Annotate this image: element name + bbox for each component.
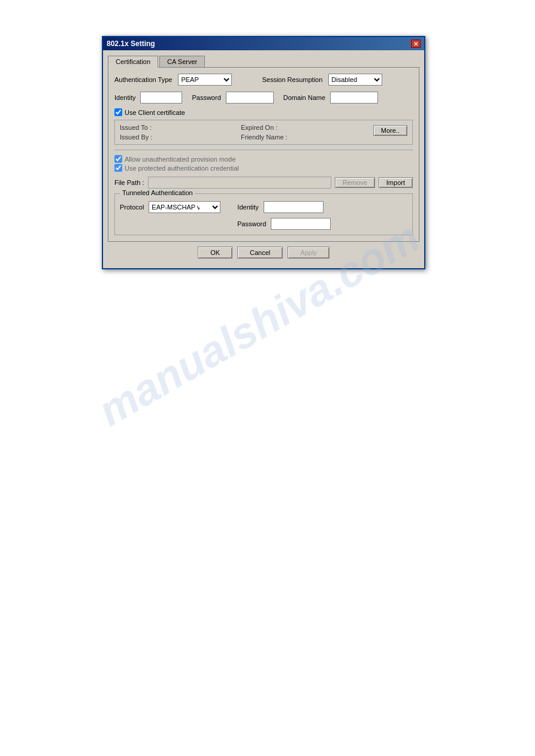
friendly-name-label: Friendly Name :: [241, 133, 359, 141]
tunneled-password-input[interactable]: [271, 218, 331, 230]
use-protected-checkbox[interactable]: [114, 164, 122, 172]
close-button[interactable]: ✕: [411, 40, 421, 48]
protocol-dropdown-wrapper: EAP-MSCHAP v2 GTC None: [149, 201, 220, 213]
protocol-select[interactable]: EAP-MSCHAP v2 GTC None: [149, 201, 220, 213]
divider: [114, 150, 413, 150]
file-path-label: File Path :: [114, 179, 144, 186]
tab-content: Authentication Type PEAP TLS TTLS EAP-FA…: [108, 67, 419, 242]
tunneled-identity-label: Identity: [237, 204, 258, 211]
dialog-footer: OK Cancel Apply: [108, 242, 419, 263]
tunneled-identity-input[interactable]: [264, 201, 324, 213]
issued-by-label: Issued By :: [120, 133, 238, 141]
cert-info-grid: Issued To : Expired On : Issued By : Fri…: [120, 124, 407, 141]
remove-button[interactable]: Remove: [335, 177, 375, 188]
domain-name-input[interactable]: [330, 92, 378, 104]
cert-info-area: Issued To : Expired On : Issued By : Fri…: [114, 120, 413, 145]
session-resumption-label: Session Resumption: [262, 76, 322, 83]
issued-to-label: Issued To :: [120, 124, 238, 131]
title-bar: 802.1x Setting ✕: [103, 37, 424, 50]
tab-bar: Certification CA Server: [108, 55, 419, 67]
dialog: 802.1x Setting ✕ Certification CA Server…: [102, 36, 425, 269]
auth-type-select[interactable]: PEAP TLS TTLS EAP-FAST: [178, 74, 232, 86]
tunneled-auth-legend: Tunneled Authentication: [120, 189, 195, 196]
tunneled-password-row: Password: [120, 218, 407, 230]
ok-button[interactable]: OK: [198, 247, 232, 259]
protocol-row: Protocol EAP-MSCHAP v2 GTC None Identity: [120, 201, 407, 213]
allow-unauth-row: Allow unauthenticated provision mode: [114, 155, 413, 163]
password-input[interactable]: [226, 92, 274, 104]
auth-type-dropdown-wrapper: PEAP TLS TTLS EAP-FAST: [178, 74, 232, 86]
allow-unauth-checkbox[interactable]: [114, 155, 122, 163]
dialog-wrapper: 802.1x Setting ✕ Certification CA Server…: [102, 36, 425, 269]
provision-area: Allow unauthenticated provision mode Use…: [114, 155, 413, 172]
use-protected-label: Use protected authentication credential: [125, 165, 239, 172]
tab-certification[interactable]: Certification: [108, 56, 158, 68]
cancel-button[interactable]: Cancel: [237, 247, 283, 259]
more-button[interactable]: More..: [373, 125, 407, 136]
import-button[interactable]: Import: [379, 177, 413, 188]
session-resumption-wrapper: Disabled Enabled: [328, 74, 382, 86]
use-protected-row: Use protected authentication credential: [114, 164, 413, 172]
tunneled-inner: Protocol EAP-MSCHAP v2 GTC None Identity: [120, 199, 407, 230]
apply-button[interactable]: Apply: [288, 247, 330, 259]
use-client-cert-label: Use Client certificate: [125, 109, 185, 116]
identity-label: Identity: [114, 94, 135, 101]
use-client-cert-row: Use Client certificate: [114, 108, 413, 116]
domain-name-label: Domain Name: [283, 94, 325, 101]
auth-type-row: Authentication Type PEAP TLS TTLS EAP-FA…: [114, 74, 413, 86]
dialog-body: Certification CA Server Authentication T…: [103, 50, 424, 268]
tunneled-auth-group: Tunneled Authentication Protocol EAP-MSC…: [114, 193, 413, 235]
file-path-row: File Path : Remove Import: [114, 177, 413, 189]
identity-row: Identity Password Domain Name: [114, 92, 413, 104]
tunneled-password-label: Password: [237, 220, 266, 227]
allow-unauth-label: Allow unauthenticated provision mode: [125, 156, 235, 163]
auth-type-label: Authentication Type: [114, 76, 172, 83]
tab-ca-server[interactable]: CA Server: [159, 56, 205, 68]
use-client-cert-checkbox[interactable]: [114, 108, 122, 116]
expired-on-label: Expired On :: [241, 124, 359, 131]
session-resumption-select[interactable]: Disabled Enabled: [328, 74, 382, 86]
password-label: Password: [192, 94, 220, 101]
identity-input[interactable]: [140, 92, 182, 104]
dialog-title: 802.1x Setting: [107, 40, 155, 48]
file-path-input[interactable]: [148, 177, 331, 189]
protocol-label: Protocol: [120, 204, 144, 211]
